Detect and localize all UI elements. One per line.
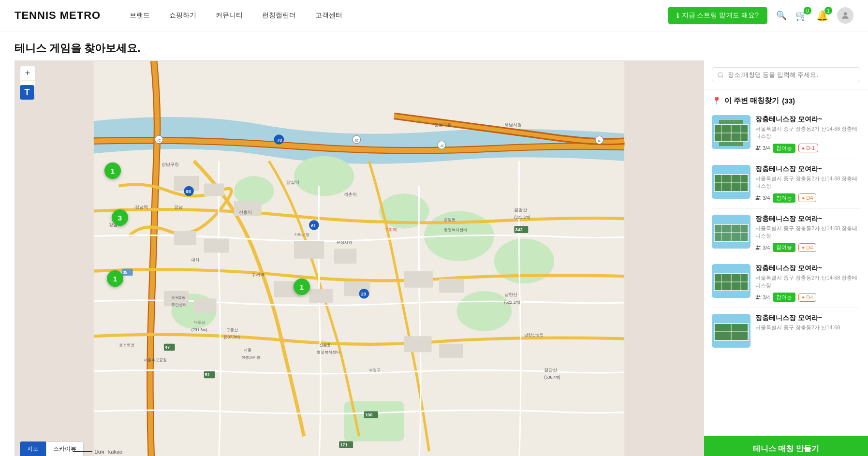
venue-tags: 3/4 참여능 ● D4: [755, 293, 860, 302]
cart-badge: 0: [804, 7, 811, 15]
svg-text:잠실역: 잠실역: [286, 180, 299, 185]
svg-rect-18: [309, 289, 333, 303]
svg-text:171: 171: [340, 442, 348, 447]
svg-text:35: 35: [123, 270, 128, 275]
nav-support[interactable]: 고객센터: [315, 11, 342, 20]
venue-item[interactable]: 장충테니스장 모여라~ 서울특별시 중구 장충동2가 산14-68 장충테니스장…: [712, 209, 860, 259]
svg-point-102: [759, 146, 761, 147]
venue-name: 장충테니스장 모여라~: [755, 314, 860, 323]
svg-text:행정복지센터: 행정복지센터: [444, 228, 467, 232]
svg-point-119: [757, 245, 759, 247]
zoom-in-button[interactable]: +: [20, 66, 35, 81]
venue-item[interactable]: 장충테니스장 모여라~ 서울특별시 중구 장충동2가 산14-68: [712, 308, 860, 353]
svg-text:88: 88: [186, 189, 191, 194]
svg-point-101: [757, 146, 759, 148]
svg-text:강남구청: 강남구청: [162, 162, 179, 167]
venue-deadline: ● D4: [798, 293, 816, 302]
location-icon: 📍: [712, 96, 721, 105]
venue-people: 3/4: [755, 195, 770, 201]
venue-info: 장충테니스장 모여라~ 서울특별시 중구 장충동2가 산14-68 장충테니스장…: [755, 115, 860, 153]
venue-status: 참여능: [773, 243, 795, 252]
search-input-wrap: [712, 67, 860, 82]
svg-text:강남: 강남: [174, 205, 183, 209]
logo[interactable]: TENNIS METRO: [15, 9, 101, 22]
map-view-button[interactable]: 지도: [20, 441, 46, 456]
venue-address: 서울특별시 중구 장충동2가 산14-68 장충테니스장: [755, 125, 860, 140]
cta-button[interactable]: ℹ 지금 스트링 맡겨도 돼요?: [668, 7, 767, 24]
venue-people: 3/4: [755, 145, 770, 151]
svg-text:석촌역: 석촌역: [344, 192, 357, 197]
map-pin-4[interactable]: 1: [294, 279, 310, 295]
venue-address: 서울특별시 중구 장충동2가 산14-68 장충테니스장: [755, 274, 860, 289]
main-content: 강남구청 강남 신흥역 잠실역 석촌역 가락시장 문정시역 구미역 대치 수서역…: [0, 60, 868, 456]
header: TENNIS METRO 브랜드 쇼핑하기 커뮤니티 런칭캘린더 고객센터 ℹ …: [0, 0, 868, 31]
venue-info: 장충테니스장 모여라~ 서울특별시 중구 장충동2가 산14-68 장충테니스장…: [755, 165, 860, 203]
nearby-header: 📍 이 주변 매칭찾기 (33): [704, 89, 868, 109]
svg-rect-99: [719, 120, 743, 124]
venue-tags: 3/4 참여능 ● D4: [755, 243, 860, 252]
svg-text:남한산성면: 남한산성면: [524, 333, 544, 337]
venue-item[interactable]: 장충테니스장 모여라~ 서울특별시 중구 장충동2가 산14-68 장충테니스장…: [712, 258, 860, 308]
svg-text:구미역: 구미역: [384, 227, 397, 232]
svg-text:주민센터: 주민센터: [171, 303, 187, 307]
venue-info: 장충테니스장 모여라~ 서울특별시 중구 장충동2가 산14-68: [755, 314, 860, 348]
map-pin-2[interactable]: 3: [112, 209, 128, 226]
venue-name: 장충테니스장 모여라~: [755, 215, 860, 223]
nav-shop[interactable]: 쇼핑하기: [169, 11, 196, 20]
map-pin-1[interactable]: 1: [104, 162, 121, 179]
svg-rect-24: [404, 336, 432, 352]
svg-text:신흥역: 신흥역: [239, 210, 252, 215]
svg-rect-14: [204, 238, 229, 252]
bell-icon[interactable]: 🔔 1: [816, 10, 828, 21]
venue-address: 서울특별시 중구 장충동2가 산14-68: [755, 324, 860, 331]
map-pin-3[interactable]: 1: [107, 270, 123, 287]
nav-community[interactable]: 커뮤니티: [216, 11, 243, 20]
svg-text:51: 51: [205, 372, 210, 377]
svg-point-2: [294, 156, 354, 196]
svg-point-110: [757, 196, 759, 198]
svg-point-111: [759, 196, 761, 197]
venue-status: 참여능: [773, 293, 795, 302]
nav-brand[interactable]: 브랜드: [130, 11, 150, 20]
svg-text:서울추모공원: 서울추모공원: [144, 358, 167, 362]
scale-label: 1km: [94, 449, 104, 455]
create-match-button[interactable]: 테니스 매칭 만들기: [704, 436, 868, 456]
venue-deadline: ● D4: [798, 193, 816, 202]
nav-calendar[interactable]: 런칭캘린더: [262, 11, 296, 20]
svg-text:검단산: 검단산: [544, 368, 557, 372]
page-title: 테니스 게임을 찾아보세요.: [0, 31, 868, 60]
svg-text:금일동: 금일동: [444, 218, 456, 222]
svg-text:(307.7m): (307.7m): [224, 335, 240, 339]
venue-info: 장충테니스장 모여라~ 서울특별시 중구 장충동2가 산14-68 장충테니스장…: [755, 215, 860, 252]
venue-tags: 3/4 참여능 ● D-1: [755, 144, 860, 153]
venue-name: 장충테니스장 모여라~: [755, 165, 860, 174]
venue-thumbnail: [712, 115, 750, 149]
search-input[interactable]: [728, 71, 855, 78]
svg-text:(321.2m): (321.2m): [514, 215, 530, 220]
cart-icon[interactable]: 🛒 0: [795, 10, 808, 21]
venue-deadline: ● D4: [798, 243, 816, 252]
svg-point-91: [718, 72, 722, 76]
svg-text:문정시역: 문정시역: [337, 240, 352, 245]
svg-text:가락시장: 가락시장: [294, 233, 309, 237]
venue-item[interactable]: 장충테니스장 모여라~ 서울특별시 중구 장충동2가 산14-68 장충테니스장…: [712, 159, 860, 209]
venue-status: 참여능: [773, 144, 795, 153]
svg-text:IC: IC: [598, 139, 601, 143]
venue-info: 장충테니스장 모여라~ 서울특별시 중구 장충동2가 산14-68 장충테니스장…: [755, 264, 860, 302]
svg-rect-21: [439, 279, 464, 293]
venue-name: 장충테니스장 모여라~: [755, 264, 860, 273]
right-panel: 📍 이 주변 매칭찾기 (33): [704, 60, 868, 456]
venue-address: 서울특별시 중구 장충동2가 산14-68 장충테니스장: [755, 225, 860, 240]
venue-item[interactable]: 장충테니스장 모여라~ 서울특별시 중구 장충동2가 산14-68 장충테니스장…: [712, 109, 860, 159]
map-scale: 1km kakao: [73, 449, 122, 455]
search-icon[interactable]: 🔍: [776, 10, 787, 21]
avatar[interactable]: [837, 7, 853, 24]
map-area[interactable]: 강남구청 강남 신흥역 잠실역 석촌역 가락시장 문정시역 구미역 대치 수서역…: [15, 60, 704, 456]
map-background: 강남구청 강남 신흥역 잠실역 석촌역 가락시장 문정시역 구미역 대치 수서역…: [15, 61, 703, 456]
svg-text:대치: 대치: [191, 258, 199, 262]
venue-people: 3/4: [755, 245, 770, 250]
svg-text:342: 342: [515, 227, 523, 232]
svg-text:수서역: 수서역: [251, 272, 265, 277]
venue-thumbnail: [712, 314, 750, 348]
info-icon: ℹ: [677, 12, 679, 19]
